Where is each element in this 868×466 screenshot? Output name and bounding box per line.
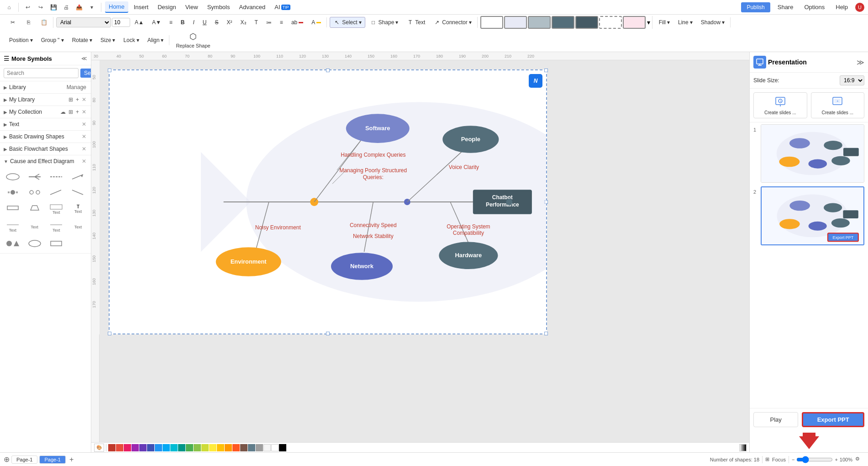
options-button[interactable]: Options xyxy=(800,2,828,12)
line-button[interactable]: Line▾ xyxy=(674,17,696,27)
basic-drawing-close[interactable]: ✕ xyxy=(81,133,87,140)
color-swatch[interactable] xyxy=(209,444,216,451)
sidebar-basic-drawing-header[interactable]: ▶ Basic Drawing Shapes ✕ xyxy=(0,131,91,143)
sidebar-collapse-button[interactable]: ≪ xyxy=(81,55,87,62)
style-swatch-4[interactable] xyxy=(552,16,574,29)
flowchart-close[interactable]: ✕ xyxy=(81,145,87,153)
color-swatch[interactable] xyxy=(186,444,193,451)
canvas-scroll[interactable]: 50 80 90 100 110 120 130 140 150 160 170 xyxy=(91,60,749,442)
slide-2-thumbnail[interactable]: Export PPT xyxy=(761,186,864,245)
zoom-out-button[interactable]: − xyxy=(792,457,794,462)
bold-button[interactable]: B xyxy=(177,17,189,27)
shape-item-text6[interactable]: Text xyxy=(68,219,88,235)
search-input[interactable] xyxy=(4,68,79,78)
my-library-icon1[interactable]: ⊞ xyxy=(68,96,74,103)
copy-button[interactable]: ⎘ xyxy=(21,17,36,28)
color-swatch[interactable] xyxy=(163,444,170,451)
menu-advanced[interactable]: Advanced xyxy=(235,2,269,12)
gradient-swatch[interactable] xyxy=(739,444,747,451)
shape-item-rect[interactable] xyxy=(47,237,67,250)
styles-expand[interactable]: ▾ xyxy=(647,19,650,26)
shape-item-dot1[interactable] xyxy=(3,185,23,199)
color-swatch[interactable] xyxy=(108,444,116,451)
shape-item-shapes1[interactable] xyxy=(3,237,23,250)
style-swatch-2[interactable] xyxy=(504,16,527,29)
play-button[interactable]: Play xyxy=(753,412,798,427)
text-section-close[interactable]: ✕ xyxy=(81,121,87,128)
shadow-button[interactable]: Shadow▾ xyxy=(697,17,728,27)
rotate-button[interactable]: Rotate▾ xyxy=(68,35,96,45)
menu-symbols[interactable]: Symbols xyxy=(204,2,234,12)
redo-icon[interactable]: ↪ xyxy=(35,2,46,13)
shape-button[interactable]: □Shape▾ xyxy=(366,17,402,28)
sidebar-my-collection-header[interactable]: ▶ My Collection ☁ ⊞ + ✕ xyxy=(0,106,91,118)
menu-insert[interactable]: Insert xyxy=(130,2,153,12)
color-swatch[interactable] xyxy=(124,444,131,451)
font-size-up-button[interactable]: A▲ xyxy=(131,17,147,27)
zoom-slider[interactable] xyxy=(796,456,833,463)
add-page-icon[interactable]: ⊕ xyxy=(4,455,10,464)
style-swatch-1[interactable] xyxy=(480,16,503,29)
my-library-add[interactable]: + xyxy=(75,96,80,103)
shape-item-arrow[interactable] xyxy=(68,170,88,184)
color-swatch[interactable] xyxy=(263,444,271,451)
sidebar-library-header[interactable]: ▶ Library Manage xyxy=(0,81,91,93)
add-page-button[interactable]: + xyxy=(69,455,74,464)
shape-item-text4[interactable]: Text xyxy=(25,219,45,235)
color-swatch[interactable] xyxy=(139,444,147,451)
style-swatch-6[interactable] xyxy=(599,16,622,29)
list-button[interactable]: ≔ xyxy=(263,17,275,27)
focus-label[interactable]: Focus xyxy=(772,457,786,462)
group-button[interactable]: Group " ▾ xyxy=(37,35,68,45)
help-button[interactable]: Help xyxy=(832,2,852,12)
color-swatch[interactable] xyxy=(132,444,139,451)
shape-item-line2[interactable] xyxy=(47,170,67,184)
menu-view[interactable]: View xyxy=(182,2,202,12)
dropdown-icon[interactable]: ▾ xyxy=(86,2,97,13)
shape-item-line3[interactable] xyxy=(47,185,67,199)
share-button[interactable]: Share xyxy=(774,2,797,12)
position-button[interactable]: Position▾ xyxy=(5,35,37,45)
sidebar-flowchart-header[interactable]: ▶ Basic Flowchart Shapes ✕ xyxy=(0,143,91,155)
export-ppt-button[interactable]: Export PPT xyxy=(802,412,864,427)
my-collection-cloud[interactable]: ☁ xyxy=(59,108,67,116)
shape-item-diag[interactable] xyxy=(68,185,88,199)
page-tab-1[interactable]: Page-1 xyxy=(11,455,37,464)
my-library-close[interactable]: ✕ xyxy=(81,96,87,103)
paste-button[interactable]: 📋 xyxy=(37,17,51,28)
cause-effect-close[interactable]: ✕ xyxy=(81,158,87,165)
my-collection-add[interactable]: + xyxy=(75,108,80,116)
lock-button[interactable]: Lock▾ xyxy=(120,35,142,45)
right-panel-expand[interactable]: ≫ xyxy=(857,58,864,67)
library-manage[interactable]: Manage xyxy=(66,84,87,91)
strikethrough-button[interactable]: S xyxy=(211,17,222,27)
align-button[interactable]: ≡ xyxy=(166,17,176,27)
diagram-canvas[interactable]: N Chatbot Performance xyxy=(109,69,547,334)
color-picker-icon[interactable]: 🎨 xyxy=(94,444,104,452)
my-collection-icon1[interactable]: ⊞ xyxy=(68,108,74,116)
font-select[interactable]: Arial xyxy=(56,17,111,27)
shape-item-text5[interactable]: Text xyxy=(47,219,67,235)
font-color-button[interactable]: ab xyxy=(288,17,307,27)
shape-item-fish[interactable] xyxy=(3,170,23,184)
save-icon[interactable]: 💾 xyxy=(48,2,59,13)
shape-item-ellipse[interactable] xyxy=(25,237,45,250)
font-size-input[interactable] xyxy=(112,18,130,27)
my-collection-close[interactable]: ✕ xyxy=(81,108,87,116)
create-slides-button-1[interactable]: + Create slides ... xyxy=(753,92,807,118)
home-icon[interactable]: ⌂ xyxy=(4,2,15,13)
shape-item-dot2[interactable] xyxy=(25,185,45,199)
publish-button[interactable]: Publish xyxy=(741,2,770,12)
color-swatch[interactable] xyxy=(225,444,232,451)
menu-ai[interactable]: AITIP xyxy=(271,2,294,12)
slide-1-thumbnail[interactable] xyxy=(761,124,864,183)
fill-button[interactable]: Fill▾ xyxy=(655,17,673,27)
shape-item-line1[interactable] xyxy=(25,170,45,184)
color-swatch[interactable] xyxy=(116,444,123,451)
zoom-in-button[interactable]: + xyxy=(835,457,837,462)
size-button[interactable]: Size▾ xyxy=(97,35,119,45)
shape-item-text3[interactable]: Text xyxy=(3,219,23,235)
color-swatch[interactable] xyxy=(194,444,201,451)
sidebar-my-library-header[interactable]: ▶ My Library ⊞ + ✕ xyxy=(0,94,91,106)
menu-design[interactable]: Design xyxy=(154,2,179,12)
